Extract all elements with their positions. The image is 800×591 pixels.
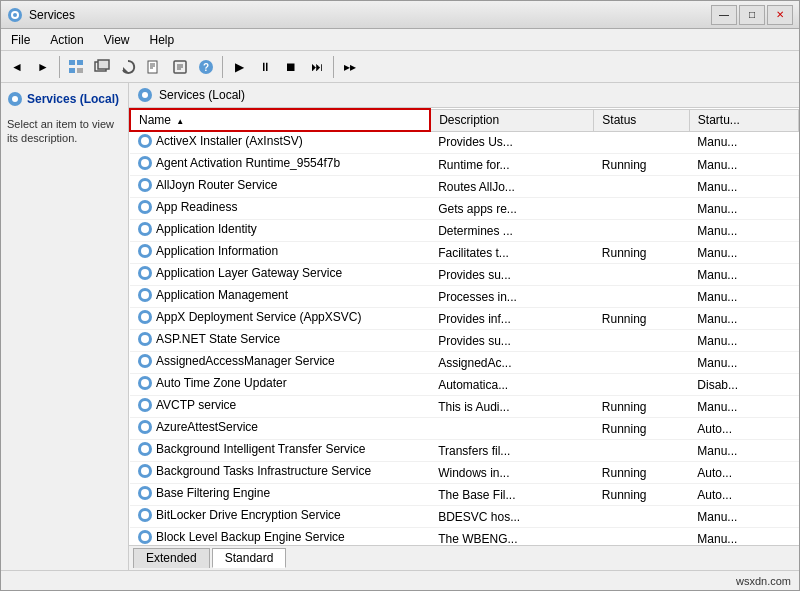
content-area: Services (Local) Name ▲ Description Stat… <box>129 83 799 570</box>
table-row[interactable]: ActiveX Installer (AxInstSV)Provides Us.… <box>130 131 799 154</box>
cell-status: Running <box>594 308 690 330</box>
main-window: Services — □ ✕ File Action View Help ◄ ► <box>0 0 800 591</box>
column-name[interactable]: Name ▲ <box>130 109 430 131</box>
title-bar-controls: — □ ✕ <box>711 5 793 25</box>
toolbar-sep-2 <box>222 56 223 78</box>
menu-file[interactable]: File <box>5 31 36 49</box>
column-status[interactable]: Status <box>594 109 690 131</box>
close-button[interactable]: ✕ <box>767 5 793 25</box>
table-row[interactable]: ASP.NET State ServiceProvides su...Manu.… <box>130 330 799 352</box>
cell-description <box>430 418 594 440</box>
tab-standard[interactable]: Standard <box>212 548 287 568</box>
table-row[interactable]: Application IdentityDetermines ...Manu..… <box>130 220 799 242</box>
table-row[interactable]: AVCTP serviceThis is Audi...RunningManu.… <box>130 396 799 418</box>
table-row[interactable]: Background Intelligent Transfer ServiceT… <box>130 440 799 462</box>
sidebar-header[interactable]: Services (Local) <box>5 87 124 111</box>
new-window-button[interactable] <box>90 55 114 79</box>
services-table-container[interactable]: Name ▲ Description Status Startu... Acti… <box>129 108 799 545</box>
table-row[interactable]: AssignedAccessManager ServiceAssignedAc.… <box>130 352 799 374</box>
table-row[interactable]: AzureAttestServiceRunningAuto... <box>130 418 799 440</box>
pause-service-button[interactable]: ⏸ <box>253 55 277 79</box>
cell-name: App Readiness <box>130 198 430 220</box>
table-row[interactable]: App ReadinessGets apps re...Manu... <box>130 198 799 220</box>
more-button[interactable]: ▸▸ <box>338 55 362 79</box>
cell-description: Provides su... <box>430 264 594 286</box>
status-watermark: wsxdn.com <box>736 575 791 587</box>
service-icon <box>138 156 152 170</box>
table-row[interactable]: Application InformationFacilitates t...R… <box>130 242 799 264</box>
column-startup[interactable]: Startu... <box>689 109 798 131</box>
cell-startup: Manu... <box>689 154 798 176</box>
cell-name: AssignedAccessManager Service <box>130 352 430 374</box>
service-icon <box>138 134 152 148</box>
back-button[interactable]: ◄ <box>5 55 29 79</box>
console-tree-button[interactable] <box>64 55 88 79</box>
svg-rect-10 <box>148 61 157 73</box>
sidebar-icon <box>7 91 23 107</box>
cell-status: Running <box>594 484 690 506</box>
cell-status <box>594 220 690 242</box>
cell-startup: Auto... <box>689 418 798 440</box>
service-name: Application Information <box>156 244 278 258</box>
service-icon <box>138 530 152 544</box>
service-name: Auto Time Zone Updater <box>156 376 287 390</box>
forward-button[interactable]: ► <box>31 55 55 79</box>
service-name: Base Filtering Engine <box>156 486 270 500</box>
table-row[interactable]: Application Layer Gateway ServiceProvide… <box>130 264 799 286</box>
title-bar-left: Services <box>7 7 75 23</box>
cell-startup: Manu... <box>689 242 798 264</box>
service-icon <box>138 398 152 412</box>
cell-status <box>594 352 690 374</box>
service-name: AVCTP service <box>156 398 236 412</box>
service-name: ASP.NET State Service <box>156 332 280 346</box>
service-icon <box>138 442 152 456</box>
export-button[interactable] <box>142 55 166 79</box>
cell-name: Application Management <box>130 286 430 308</box>
tab-extended[interactable]: Extended <box>133 548 210 568</box>
refresh-button[interactable] <box>116 55 140 79</box>
menu-help[interactable]: Help <box>144 31 181 49</box>
table-row[interactable]: BitLocker Drive Encryption ServiceBDESVC… <box>130 506 799 528</box>
menu-view[interactable]: View <box>98 31 136 49</box>
column-description[interactable]: Description <box>430 109 594 131</box>
menu-action[interactable]: Action <box>44 31 89 49</box>
restart-service-button[interactable]: ⏭ <box>305 55 329 79</box>
minimize-button[interactable]: — <box>711 5 737 25</box>
cell-status <box>594 264 690 286</box>
cell-name: AllJoyn Router Service <box>130 176 430 198</box>
bottom-tabs: Extended Standard <box>129 545 799 570</box>
sidebar: Services (Local) Select an item to view … <box>1 83 129 570</box>
table-row[interactable]: Application ManagementProcesses in...Man… <box>130 286 799 308</box>
table-row[interactable]: AppX Deployment Service (AppXSVC)Provide… <box>130 308 799 330</box>
start-service-button[interactable]: ▶ <box>227 55 251 79</box>
cell-name: Base Filtering Engine <box>130 484 430 506</box>
cell-description: The Base Fil... <box>430 484 594 506</box>
maximize-button[interactable]: □ <box>739 5 765 25</box>
content-header-icon <box>137 87 153 103</box>
svg-rect-4 <box>77 60 83 65</box>
table-row[interactable]: Background Tasks Infrastructure ServiceW… <box>130 462 799 484</box>
cell-description: Gets apps re... <box>430 198 594 220</box>
cell-name: Background Intelligent Transfer Service <box>130 440 430 462</box>
cell-status: Running <box>594 396 690 418</box>
svg-point-2 <box>13 13 17 17</box>
cell-description: Determines ... <box>430 220 594 242</box>
table-row[interactable]: Auto Time Zone UpdaterAutomatica...Disab… <box>130 374 799 396</box>
cell-status <box>594 528 690 546</box>
cell-description: BDESVC hos... <box>430 506 594 528</box>
help-button[interactable]: ? <box>194 55 218 79</box>
cell-name: Application Information <box>130 242 430 264</box>
menu-bar: File Action View Help <box>1 29 799 51</box>
table-row[interactable]: Block Level Backup Engine ServiceThe WBE… <box>130 528 799 546</box>
table-row[interactable]: AllJoyn Router ServiceRoutes AllJo...Man… <box>130 176 799 198</box>
cell-name: Agent Activation Runtime_9554f7b <box>130 154 430 176</box>
services-tbody: ActiveX Installer (AxInstSV)Provides Us.… <box>130 131 799 545</box>
cell-startup: Manu... <box>689 396 798 418</box>
properties-button[interactable] <box>168 55 192 79</box>
service-name: Agent Activation Runtime_9554f7b <box>156 156 340 170</box>
table-row[interactable]: Base Filtering EngineThe Base Fil...Runn… <box>130 484 799 506</box>
table-row[interactable]: Agent Activation Runtime_9554f7bRuntime … <box>130 154 799 176</box>
cell-description: This is Audi... <box>430 396 594 418</box>
cell-startup: Manu... <box>689 264 798 286</box>
stop-service-button[interactable]: ⏹ <box>279 55 303 79</box>
